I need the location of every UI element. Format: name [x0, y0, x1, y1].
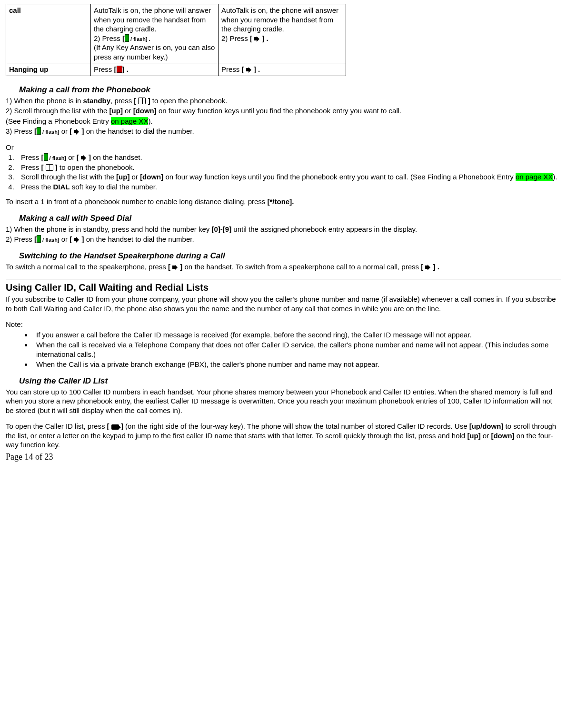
phonebook-step2: 2) Scroll through the list with the [up]…: [6, 106, 561, 116]
text: on the handset to dial the number.: [84, 127, 194, 135]
text: ).: [553, 173, 557, 181]
bracket: [: [250, 34, 254, 42]
list-item: When the Call is via a private branch ex…: [32, 360, 561, 369]
bracket: [: [77, 153, 81, 161]
down-key: [down]: [491, 432, 514, 440]
list-item: Press the DIAL soft key to dial the numb…: [16, 182, 561, 192]
bracket: ]: [178, 263, 182, 271]
text: 2) Scroll through the list with the: [6, 107, 109, 115]
phonebook-alt-steps: Press [ / flash] or [ ] on the handset. …: [16, 153, 561, 191]
text: AutoTalk is on, the phone will answer wh…: [221, 6, 338, 33]
page-xref: on page XX: [111, 117, 148, 125]
text: 2) Press: [94, 34, 122, 42]
bracket: ]: [53, 163, 58, 171]
text: to open the phonebook.: [58, 163, 135, 171]
dial-softkey: DIAL: [53, 183, 70, 191]
heading-cid-list: Using the Caller ID List: [19, 376, 561, 386]
speaker-icon: [74, 237, 80, 242]
bracket: [: [70, 235, 74, 243]
tone-key: [*/tone].: [268, 197, 294, 206]
or-label: Or: [6, 143, 561, 152]
speaker-icon: [246, 67, 252, 72]
speaker-icon: [74, 129, 80, 134]
bracket: [: [70, 127, 74, 135]
phonebook-step3: 3) Press [ / flash] or [ ] on the handse…: [6, 127, 561, 136]
key-9: [9]: [223, 225, 231, 233]
standby-label: standby: [83, 97, 111, 105]
heading-caller-id: Using Caller ID, Call Waiting and Redial…: [6, 281, 561, 294]
text: or: [60, 235, 70, 243]
bracket: ] .: [122, 65, 129, 73]
bracket: ]: [80, 127, 84, 135]
text: AutoTalk is on, the phone will answer wh…: [94, 6, 211, 33]
speaker-icon: [425, 265, 431, 270]
flash-label: / flash]: [48, 155, 67, 161]
bracket: [: [41, 163, 46, 171]
down-key: [down]: [133, 107, 157, 115]
flash-label: / flash]: [41, 129, 60, 135]
speaker-icon: [81, 155, 87, 160]
text: or: [66, 153, 77, 161]
text: (on the right side of the four-way key).…: [123, 422, 469, 430]
flash-label: / flash] .: [129, 36, 150, 42]
text: (See Finding a Phonebook Entry: [6, 117, 111, 125]
list-item: Scroll through the list with the [up] or…: [16, 172, 561, 182]
text: Press: [94, 65, 114, 73]
speed-step2: 2) Press [ / flash] or [ ] on the handse…: [6, 235, 561, 244]
text: Press the: [21, 183, 53, 191]
key-0: [0]: [211, 225, 220, 233]
text: 1) When the phone is in standby, press a…: [6, 225, 211, 233]
text: , press: [110, 97, 134, 105]
caller-id-icon: [111, 424, 119, 430]
cid-notes-list: If you answer a call before the Caller I…: [32, 330, 561, 369]
phonebook-step1: 1) When the phone is in standby, press […: [6, 96, 561, 106]
text: Press: [21, 153, 41, 161]
list-item: If you answer a call before the Caller I…: [32, 330, 561, 340]
text: Press: [21, 163, 41, 171]
speed-step1: 1) When the phone is in standby, press a…: [6, 225, 561, 234]
up-key: [up]: [467, 432, 480, 440]
page-number: Page 14 of 23: [6, 452, 561, 462]
text: ).: [148, 117, 152, 125]
page-xref: on page XX: [516, 173, 553, 181]
bracket: [: [134, 97, 138, 105]
bracket: ]: [80, 235, 84, 243]
text: on the handset to dial the number.: [84, 235, 194, 243]
bracket: [: [107, 422, 111, 430]
text: until the assigned phonebook entry appea…: [231, 225, 417, 233]
text: or: [123, 107, 133, 115]
bracket: [: [421, 263, 425, 271]
heading-speed-dial: Making a call with Speed Dial: [19, 213, 561, 224]
bracket: [: [242, 65, 246, 73]
text: on the handset. To switch from a speaker…: [182, 263, 421, 271]
table-row: Hanging up Press [] . Press [ ] .: [6, 63, 346, 76]
speaker-icon: [254, 36, 260, 41]
speakerphone-text: To switch a normal call to the speakerph…: [6, 262, 561, 272]
text: To switch a normal call to the speakerph…: [6, 263, 168, 271]
text: or: [481, 432, 491, 440]
down-key: [down]: [140, 173, 163, 181]
talk-icon: [37, 235, 41, 243]
bracket: [: [168, 263, 172, 271]
text: on four way function keys until you find…: [163, 173, 516, 181]
text: or: [60, 127, 70, 135]
text: To insert a 1 in front of a phonebook nu…: [6, 197, 268, 206]
call-speaker-cell: AutoTalk is on, the phone will answer wh…: [219, 4, 346, 63]
phonebook-icon: [138, 98, 146, 104]
list-item: Press [ ] to open the phonebook.: [16, 163, 561, 172]
text: To open the Caller ID list, press: [6, 422, 107, 430]
text: on the handset.: [91, 153, 142, 161]
cid-intro: If you subscribe to Caller ID from your …: [6, 295, 561, 313]
text: 2) Press: [221, 34, 250, 42]
phonebook-icon: [46, 164, 53, 171]
list-item: Press [ / flash] or [ ] on the handset.: [16, 153, 561, 162]
call-handset-cell: AutoTalk is on, the phone will answer wh…: [91, 4, 219, 63]
list-item: When the call is received via a Telephon…: [32, 340, 561, 359]
bracket: ] .: [431, 263, 439, 271]
row-label-call: call: [6, 4, 91, 63]
table-row: call AutoTalk is on, the phone will answ…: [6, 4, 346, 63]
row-label-hangup: Hanging up: [6, 63, 91, 76]
text: 1) When the phone is in: [6, 97, 83, 105]
end-icon: [117, 66, 122, 73]
up-key: [up]: [109, 107, 123, 115]
